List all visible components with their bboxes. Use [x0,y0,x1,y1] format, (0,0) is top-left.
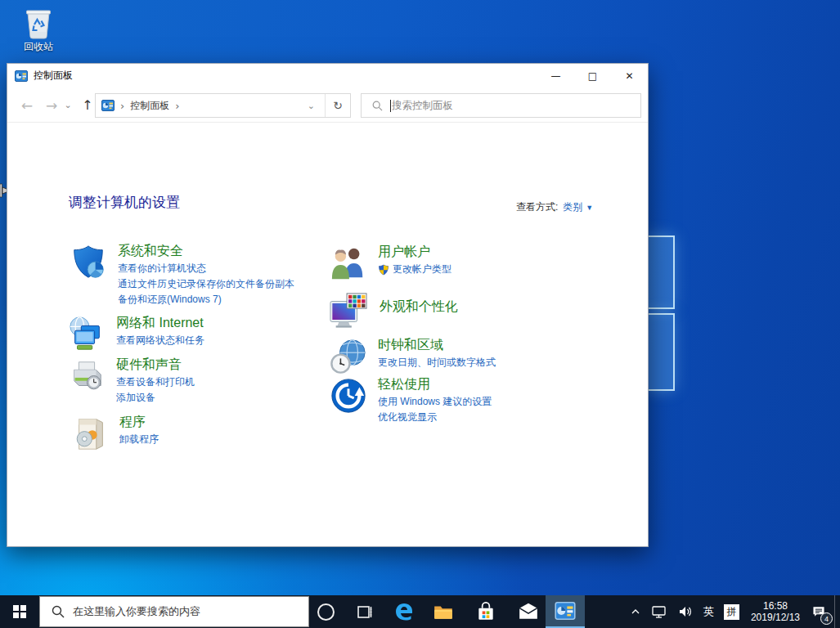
system-tray: 英 拼 16:58 2019/12/13 4 [625,595,840,628]
forward-button[interactable]: → [40,87,63,123]
task-view-icon [355,602,375,621]
clock-date: 2019/12/13 [751,612,800,623]
hardware-sound-printer-icon[interactable] [68,357,106,395]
cortana-icon [317,603,335,621]
task-link[interactable]: 优化视觉显示 [378,410,492,425]
recycle-bin-label: 回收站 [13,40,64,54]
category-title-user-accounts[interactable]: 用户帐户 [378,243,451,260]
windows-logo-icon [13,605,26,618]
category-hardware-and-sound: 硬件和声音 查看设备和打印机 添加设备 [68,356,195,406]
address-dropdown-chevron-icon[interactable]: ⌄ [301,101,321,111]
category-programs: 程序 卸载程序 [71,413,159,452]
breadcrumb-separator-icon[interactable]: › [175,100,179,112]
taskbar-clock[interactable]: 16:58 2019/12/13 [744,595,806,628]
breadcrumb-control-panel[interactable]: 控制面板 [130,99,169,113]
view-by-dropdown-arrow-icon[interactable]: ▼ [586,204,593,212]
desktop: 回收站 控制面板 — □ ✕ [0,0,840,628]
window-title: 控制面板 [34,69,73,83]
category-network-and-internet: 网络和 Internet 查看网络状态和任务 [68,314,204,353]
text-caret [390,100,391,112]
microsoft-store-icon [475,601,496,622]
search-icon [52,605,65,618]
speaker-icon [677,604,694,619]
category-system-and-security: 系统和安全 查看你的计算机状态 通过文件历史记录保存你的文件备份副本 备份和还原… [70,242,294,307]
maximize-button[interactable]: □ [574,64,611,87]
cortana-button[interactable] [308,595,344,628]
category-clock-and-region: 时钟和区域 更改日期、时间或数字格式 [330,336,496,375]
task-link[interactable]: 使用 Windows 建议的设置 [378,394,492,410]
ease-of-access-icon[interactable] [330,377,367,415]
view-by-value[interactable]: 类别 [563,200,582,214]
clock-region-icon[interactable] [330,338,367,375]
ime-pinyin-icon: 拼 [724,604,739,620]
programs-box-icon[interactable] [71,415,109,452]
category-user-accounts: 用户帐户 更改帐户类型 [330,243,451,282]
edge-icon [393,600,416,623]
user-accounts-icon[interactable] [330,244,367,282]
mail-button[interactable] [510,595,546,628]
network-icon [651,604,667,619]
system-security-shield-icon[interactable] [70,244,107,281]
category-title-appearance[interactable]: 外观和个性化 [380,298,458,315]
task-link[interactable]: 查看网络状态和任务 [116,333,204,348]
recent-locations-chevron-icon[interactable]: ⌄ [61,87,74,123]
appearance-personalization-icon[interactable] [328,292,369,330]
mail-icon [518,601,539,622]
wallpaper-windows-logo-pane-bottom [647,313,675,391]
input-language-indicator[interactable]: 英 [699,595,719,628]
address-bar[interactable]: › 控制面板 › ⌄ ↻ [95,93,351,118]
action-center-button[interactable]: 4 [806,595,831,628]
network-internet-icon[interactable] [68,316,106,353]
task-link[interactable]: 备份和还原(Windows 7) [118,292,294,307]
search-icon [372,101,383,111]
notification-count-badge: 4 [820,612,833,625]
control-panel-app-icon [15,70,28,82]
category-title-programs[interactable]: 程序 [119,413,159,430]
explorer-toolbar: ← → ⌄ ↑ › [7,87,648,123]
refresh-button[interactable]: ↻ [325,94,350,117]
file-explorer-button[interactable] [425,595,461,628]
category-title-ease-of-access[interactable]: 轻松使用 [378,375,492,392]
volume-tray-button[interactable] [672,595,699,628]
microsoft-store-button[interactable] [468,595,504,628]
network-tray-button[interactable] [646,595,672,628]
category-title-hardware-sound[interactable]: 硬件和声音 [116,356,195,373]
category-ease-of-access: 轻松使用 使用 Windows 建议的设置 优化视觉显示 [330,375,492,425]
task-link-with-shield[interactable]: 更改帐户类型 [378,262,451,277]
window-titlebar[interactable]: 控制面板 — □ ✕ [7,64,648,87]
tray-expand-button[interactable] [625,595,646,628]
ime-mode-button[interactable]: 拼 [719,595,744,628]
control-panel-icon [555,602,576,620]
edge-button[interactable] [386,595,422,628]
task-link[interactable]: 卸载程序 [119,432,159,447]
taskbar-search-placeholder: 在这里输入你要搜索的内容 [73,604,200,619]
close-button[interactable]: ✕ [611,64,648,87]
category-title-system-security[interactable]: 系统和安全 [118,242,294,259]
taskbar: 在这里输入你要搜索的内容 [0,595,840,628]
taskbar-search-box[interactable]: 在这里输入你要搜索的内容 [39,596,309,627]
search-placeholder: 搜索控制面板 [392,99,453,113]
minimize-button[interactable]: — [537,64,574,87]
uac-shield-icon [378,264,389,276]
category-appearance-personalization: 外观和个性化 [328,290,458,330]
task-link[interactable]: 查看你的计算机状态 [118,261,294,276]
start-button[interactable] [0,595,39,628]
task-link[interactable]: 添加设备 [116,390,195,406]
show-desktop-button[interactable] [834,595,840,628]
back-button[interactable]: ← [16,87,38,123]
task-link[interactable]: 更改日期、时间或数字格式 [378,355,496,370]
breadcrumb-control-panel-icon [101,100,115,111]
control-panel-window: 控制面板 — □ ✕ ← → ⌄ ↑ [7,63,649,547]
page-title: 调整计算机的设置 [69,193,180,212]
file-explorer-icon [433,601,454,622]
task-link[interactable]: 查看设备和打印机 [116,375,195,390]
control-panel-taskbar-button[interactable] [546,595,585,628]
task-link[interactable]: 通过文件历史记录保存你的文件备份副本 [118,276,294,292]
recycle-bin-desktop-icon[interactable]: 回收站 [13,7,64,54]
category-title-network-internet[interactable]: 网络和 Internet [116,314,204,331]
task-view-button[interactable] [347,595,383,628]
breadcrumb-separator-icon: › [120,100,124,112]
category-title-clock-region[interactable]: 时钟和区域 [378,336,496,353]
control-panel-search-box[interactable]: 搜索控制面板 [361,93,641,118]
view-by-control: 查看方式: 类别 ▼ [516,200,593,214]
